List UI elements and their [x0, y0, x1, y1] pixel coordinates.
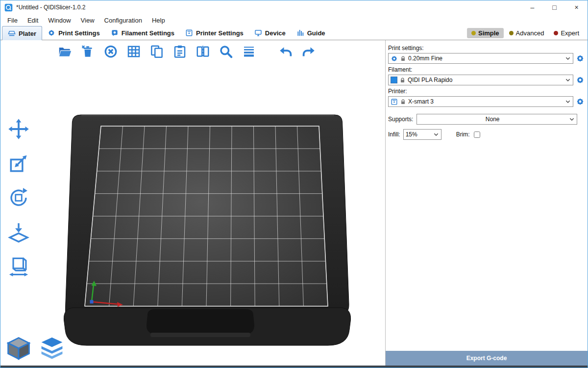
supports-combo[interactable]: None — [416, 114, 577, 125]
brim-checkbox[interactable] — [474, 131, 480, 138]
supports-label: Supports: — [388, 116, 413, 123]
app-window: *Untitled - QIDISlicer-1.0.2 – □ × File … — [0, 0, 588, 368]
scale-tool-icon[interactable] — [6, 151, 31, 176]
redo-icon[interactable] — [300, 43, 317, 60]
place-on-face-tool-icon[interactable] — [6, 220, 31, 244]
filament-color-swatch — [391, 77, 397, 83]
advanced-mode-dot-icon — [509, 31, 514, 35]
menubar: File Edit Window View Configuration Help — [0, 14, 588, 26]
window-title: *Untitled - QIDISlicer-1.0.2 — [16, 4, 85, 11]
lock-icon — [400, 99, 406, 105]
tab-plater[interactable]: Plater — [2, 26, 42, 40]
infill-combo[interactable]: 15% — [403, 129, 441, 140]
chevron-down-icon — [564, 98, 572, 105]
filament-settings-icon — [111, 29, 119, 37]
chevron-down-icon — [432, 131, 440, 138]
print-settings-value: 0.20mm Fine — [408, 55, 562, 62]
tab-label: Device — [265, 29, 286, 37]
tabbar: Plater Print Settings Filament Settings … — [0, 26, 588, 40]
mode-simple[interactable]: Simple — [467, 28, 504, 38]
minimize-button[interactable]: – — [521, 0, 543, 14]
chevron-down-icon — [564, 54, 572, 62]
tab-printer-settings[interactable]: Printer Settings — [180, 26, 249, 40]
search-icon[interactable] — [218, 43, 234, 60]
printer-settings-icon — [185, 29, 193, 37]
viewport-3d[interactable] — [0, 40, 385, 366]
print-settings-icon — [48, 29, 55, 37]
titlebar: *Untitled - QIDISlicer-1.0.2 – □ × — [0, 0, 588, 14]
copy-icon[interactable] — [148, 43, 165, 60]
editor-view-icon[interactable] — [5, 335, 32, 362]
tab-label: Print Settings — [58, 29, 100, 37]
printer-edit-gear-icon[interactable] — [576, 97, 585, 106]
sidebar: Print settings: 0.20mm Fine — [385, 40, 588, 366]
tab-print-settings[interactable]: Print Settings — [42, 26, 105, 40]
split-objects-icon[interactable] — [195, 43, 211, 60]
delete-icon[interactable] — [79, 43, 96, 60]
printer-value: X-smart 3 — [408, 98, 562, 105]
maximize-button[interactable]: □ — [543, 0, 565, 14]
plater-icon — [8, 29, 16, 37]
simple-mode-dot-icon — [471, 31, 476, 35]
close-button[interactable]: × — [565, 0, 588, 14]
filament-label: Filament: — [388, 66, 585, 73]
print-profile-gear-icon — [391, 55, 398, 62]
print-settings-combo[interactable]: 0.20mm Fine — [388, 53, 573, 64]
undo-icon[interactable] — [277, 43, 294, 60]
tab-label: Printer Settings — [196, 29, 244, 37]
delete-all-icon[interactable] — [102, 43, 119, 60]
mode-label: Expert — [561, 29, 579, 37]
preview-view-icon[interactable] — [39, 335, 65, 362]
variable-layer-height-icon[interactable] — [241, 43, 257, 60]
tab-device[interactable]: Device — [249, 26, 291, 40]
chevron-down-icon — [564, 76, 572, 84]
window-bottom-edge — [0, 366, 588, 368]
print-settings-label: Print settings: — [388, 45, 585, 52]
gizmo-toolbar — [6, 117, 31, 279]
paste-icon[interactable] — [172, 43, 188, 60]
tab-guide[interactable]: Guide — [291, 26, 331, 40]
move-tool-icon[interactable] — [6, 117, 31, 141]
guide-icon — [296, 29, 304, 37]
printer-label: Printer: — [388, 88, 585, 95]
chevron-down-icon — [568, 115, 576, 123]
print-settings-edit-gear-icon[interactable] — [576, 54, 585, 63]
measure-tool-icon[interactable] — [6, 254, 31, 279]
mode-switcher: Simple Advanced Expert — [467, 26, 588, 40]
filament-combo[interactable]: QIDI PLA Rapido — [388, 75, 573, 85]
device-icon — [254, 29, 262, 37]
printer-icon — [391, 98, 398, 105]
menu-view[interactable]: View — [76, 16, 99, 25]
menu-edit[interactable]: Edit — [23, 16, 43, 25]
arrange-icon[interactable] — [125, 43, 142, 60]
filament-edit-gear-icon[interactable] — [576, 76, 585, 84]
tab-label: Plater — [19, 30, 36, 37]
view-toggles — [5, 335, 65, 362]
main-area: Print settings: 0.20mm Fine — [0, 40, 588, 366]
rotate-tool-icon[interactable] — [6, 185, 31, 210]
tab-filament-settings[interactable]: Filament Settings — [105, 26, 180, 40]
lock-icon — [399, 77, 406, 83]
export-gcode-button[interactable]: Export G-code — [386, 351, 588, 366]
lock-icon — [400, 55, 406, 62]
window-controls: – □ × — [521, 0, 588, 14]
app-logo-icon — [4, 3, 13, 12]
printer-combo[interactable]: X-smart 3 — [388, 96, 573, 107]
infill-value: 15% — [406, 131, 430, 138]
mode-label: Advanced — [516, 29, 544, 37]
infill-label: Infill: — [388, 131, 400, 138]
tab-label: Guide — [307, 29, 325, 37]
expert-mode-dot-icon — [554, 31, 558, 35]
menu-file[interactable]: File — [2, 16, 23, 25]
mode-advanced[interactable]: Advanced — [505, 28, 549, 38]
menu-help[interactable]: Help — [147, 16, 170, 25]
supports-value: None — [419, 116, 566, 123]
brim-label: Brim: — [456, 131, 470, 138]
open-icon[interactable] — [56, 43, 73, 60]
filament-value: QIDI PLA Rapido — [408, 77, 562, 83]
menu-configuration[interactable]: Configuration — [99, 16, 147, 25]
plater-toolbar — [56, 43, 317, 60]
mode-expert[interactable]: Expert — [549, 28, 584, 38]
print-bed-render[interactable] — [0, 40, 385, 366]
menu-window[interactable]: Window — [43, 16, 75, 25]
